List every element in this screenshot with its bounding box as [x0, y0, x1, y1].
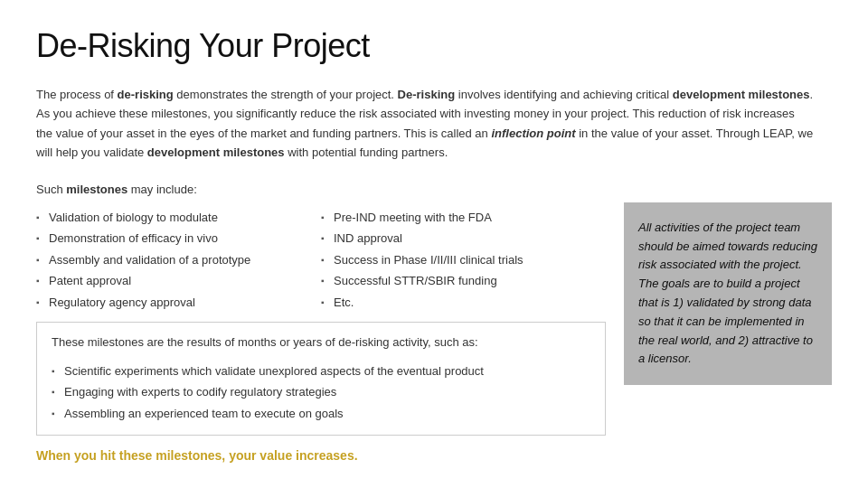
derisking-bold-2: De-risking: [398, 88, 456, 101]
box-intro-text: These milestones are the results of mont…: [52, 333, 590, 352]
bullet-columns: Validation of biology to modulate Demons…: [36, 207, 606, 314]
intro-text-1: The process of: [36, 88, 118, 101]
inflection-point: inflection point: [491, 127, 575, 140]
dev-milestones-bold-2: development milestones: [147, 145, 285, 159]
list-item: Successful STTR/SBIR funding: [321, 270, 597, 292]
intro-text-6: with potential funding partners.: [285, 145, 448, 159]
milestones-label: Such milestones may include:: [36, 183, 832, 196]
bullet-list-1: Validation of biology to modulate Demons…: [36, 207, 312, 314]
closing-statement: When you hit these milestones, your valu…: [36, 448, 606, 463]
list-item: Patent approval: [36, 270, 312, 292]
intro-text-2: demonstrates the strength of your projec…: [174, 88, 398, 101]
list-item: Assembly and validation of a prototype: [36, 249, 312, 271]
list-item: Etc.: [321, 292, 597, 314]
bullet-column-1: Validation of biology to modulate Demons…: [36, 207, 321, 314]
intro-paragraph: The process of de-risking demonstrates t…: [36, 85, 814, 163]
list-item: Scientific experiments which validate un…: [52, 361, 590, 382]
sidebar-callout: All activities of the project team shoul…: [624, 202, 832, 385]
intro-text-3: involves identifying and achieving criti…: [455, 88, 673, 101]
main-content: Validation of biology to modulate Demons…: [36, 207, 832, 464]
box-bullet-list: Scientific experiments which validate un…: [52, 361, 590, 425]
bullet-column-2: Pre-IND meeting with the FDA IND approva…: [321, 207, 606, 314]
box-section: These milestones are the results of mont…: [36, 322, 606, 436]
list-item: Success in Phase I/II/III clinical trial…: [321, 249, 597, 271]
left-column: Validation of biology to modulate Demons…: [36, 207, 606, 464]
list-item: Pre-IND meeting with the FDA: [321, 207, 597, 229]
bullet-list-2: Pre-IND meeting with the FDA IND approva…: [321, 207, 597, 314]
list-item: Engaging with experts to codify regulato…: [52, 381, 590, 403]
list-item: Regulatory agency approval: [36, 292, 312, 314]
page-title: De-Risking Your Project: [36, 27, 832, 65]
dev-milestones-bold-1: development milestones: [673, 88, 810, 101]
list-item: IND approval: [321, 228, 597, 249]
list-item: Demonstration of efficacy in vivo: [36, 228, 312, 249]
sidebar-text: All activities of the project team shoul…: [638, 221, 817, 366]
derisking-bold-1: de-risking: [118, 88, 174, 101]
list-item: Validation of biology to modulate: [36, 207, 312, 229]
list-item: Assembling an experienced team to execut…: [52, 403, 590, 425]
